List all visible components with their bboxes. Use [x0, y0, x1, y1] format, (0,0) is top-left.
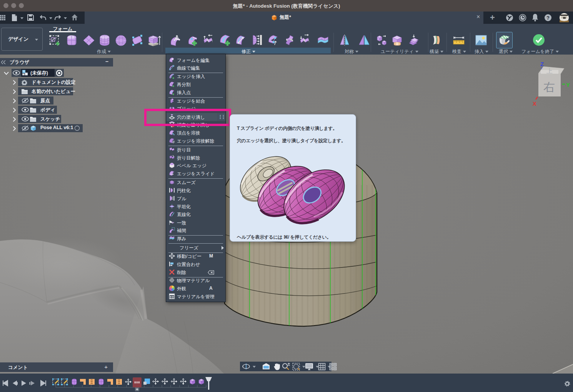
svg-text:上: 上 — [546, 68, 553, 74]
svg-text:Z: Z — [540, 61, 544, 67]
svg-text:右: 右 — [543, 81, 555, 93]
svg-text:?: ? — [546, 15, 550, 21]
svg-text:Y: Y — [566, 81, 570, 88]
svg-text:X: X — [533, 100, 536, 107]
